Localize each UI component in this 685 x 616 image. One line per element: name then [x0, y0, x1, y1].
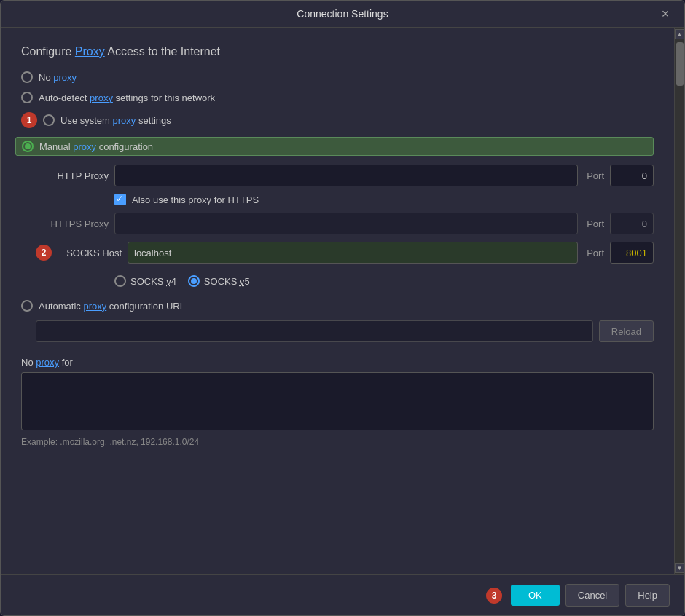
page-heading: Configure Proxy Access to the Internet [21, 45, 654, 58]
https-proxy-row: HTTPS Proxy Port [36, 213, 654, 234]
no-proxy-textarea[interactable] [21, 372, 654, 430]
badge-1: 1 [21, 112, 37, 128]
heading-proxy-highlight: Proxy [75, 45, 105, 58]
use-system-label: Use system proxy settings [60, 115, 171, 126]
manual-proxy-label: Manual proxy configuration [39, 141, 153, 152]
https-proxy-label: HTTPS Proxy [36, 218, 109, 229]
auto-detect-radio[interactable] [21, 92, 33, 103]
https-port-label: Port [587, 218, 604, 229]
auto-detect-option[interactable]: Auto-detect proxy settings for this netw… [21, 92, 654, 103]
socks-v4-label: SOCKS v4 [130, 276, 176, 287]
socks-host-input[interactable] [128, 242, 578, 264]
ok-button[interactable]: OK [511, 585, 560, 606]
title-bar: Connection Settings × [1, 1, 684, 28]
example-text: Example: .mozilla.org, .net.nz, 192.168.… [21, 437, 654, 447]
no-proxy-for-label: No proxy for [21, 357, 654, 368]
socks-host-row: 2 SOCKS Host Port [36, 242, 654, 264]
http-proxy-label: HTTP Proxy [36, 170, 109, 181]
heading-after: Access to the Internet [105, 45, 220, 58]
no-proxy-highlight: proxy [36, 357, 59, 368]
socks-v5-label: SOCKS v5 [204, 276, 250, 287]
reload-button[interactable]: Reload [599, 320, 654, 342]
http-port-input[interactable] [610, 165, 654, 186]
socks-v4-radio[interactable] [114, 275, 126, 287]
socks-version-group: SOCKS v4 SOCKS v5 [114, 275, 654, 287]
proxy-fields: HTTP Proxy Port Also use this proxy for … [36, 165, 654, 287]
auto-proxy-url-input[interactable] [36, 320, 593, 342]
connection-settings-dialog: Connection Settings × Configure Proxy Ac… [0, 0, 685, 616]
also-use-https-label: Also use this proxy for HTTPS [132, 194, 259, 205]
also-use-https-row: Also use this proxy for HTTPS [114, 194, 654, 205]
use-system-row: 1 Use system proxy settings [21, 112, 654, 128]
also-use-https-checkbox[interactable] [114, 194, 126, 205]
http-proxy-input[interactable] [114, 165, 578, 186]
no-proxy-label: No proxy [39, 72, 77, 83]
auto-proxy-url-option[interactable]: Automatic proxy configuration URL [21, 300, 654, 312]
http-port-label: Port [587, 170, 604, 181]
proxy-options-group: No proxy Auto-detect proxy settings for … [21, 71, 654, 342]
dialog-footer: 3 OK Cancel Help [1, 574, 684, 615]
main-content: Configure Proxy Access to the Internet N… [1, 28, 674, 574]
no-proxy-option[interactable]: No proxy [21, 71, 654, 83]
auto-detect-label: Auto-detect proxy settings for this netw… [39, 92, 215, 103]
https-proxy-input[interactable] [114, 213, 578, 234]
auto-url-row: Reload [36, 320, 654, 342]
https-port-input[interactable] [610, 213, 654, 234]
scrollbar-thumb[interactable] [676, 42, 684, 86]
manual-proxy-option[interactable]: Manual proxy configuration [15, 137, 654, 156]
socks-v5-option[interactable]: SOCKS v5 [188, 275, 250, 287]
close-button[interactable]: × [655, 4, 676, 24]
manual-proxy-radio[interactable] [22, 141, 34, 152]
auto-proxy-url-radio[interactable] [21, 300, 33, 312]
use-system-radio[interactable] [43, 114, 55, 126]
no-proxy-radio[interactable] [21, 71, 33, 83]
help-button[interactable]: Help [625, 584, 670, 607]
use-system-option[interactable]: Use system proxy settings [43, 114, 171, 126]
scroll-down-arrow[interactable]: ▼ [675, 563, 685, 573]
cancel-button[interactable]: Cancel [565, 584, 619, 607]
no-proxy-section: No proxy for Example: .mozilla.org, .net… [21, 357, 654, 447]
auto-proxy-url-label: Automatic proxy configuration URL [39, 301, 185, 312]
socks-host-label: SOCKS Host [62, 248, 122, 258]
socks-v4-option[interactable]: SOCKS v4 [114, 275, 176, 287]
heading-before: Configure [21, 45, 75, 58]
socks-v5-radio[interactable] [188, 275, 200, 287]
scrollbar-track: ▲ ▼ [674, 28, 684, 574]
content-area: Configure Proxy Access to the Internet N… [1, 28, 684, 574]
badge-3: 3 [486, 588, 502, 604]
badge-2: 2 [36, 245, 52, 261]
dialog-title: Connection Settings [297, 8, 388, 20]
socks-port-input[interactable] [610, 242, 654, 264]
socks-port-label: Port [587, 248, 604, 258]
scroll-up-arrow[interactable]: ▲ [675, 29, 685, 39]
http-proxy-row: HTTP Proxy Port [36, 165, 654, 186]
